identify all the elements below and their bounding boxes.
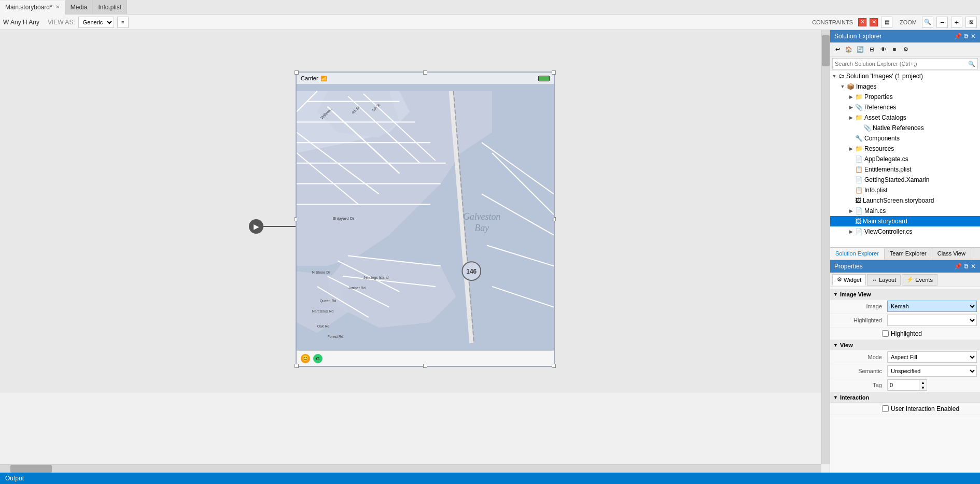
se-refresh-button[interactable]: 🔄 (855, 44, 865, 54)
tree-toggle[interactable]: ▼ (838, 82, 847, 91)
tree-item-label: AppDelegate.cs (864, 155, 908, 163)
tree-item[interactable]: ▼📦Images (830, 81, 980, 92)
tree-item-icon: 📁 (855, 114, 863, 121)
solution-explorer-float[interactable]: ⧉ (964, 33, 969, 40)
tree-toggle (847, 155, 855, 163)
zoom-search-button[interactable]: 🔍 (922, 17, 933, 28)
se-show-all-button[interactable]: 👁 (878, 44, 888, 54)
props-tab-widget[interactable]: ⚙ Widget (832, 274, 866, 286)
tree-item[interactable]: ▶📄Main.cs (830, 206, 980, 216)
zoom-in-button[interactable]: + (951, 17, 962, 28)
resize-handle-tc[interactable] (423, 70, 427, 75)
solution-explorer-titlebar: Solution Explorer 📌 ⧉ ✕ (830, 30, 980, 42)
tree-item[interactable]: 🖼LaunchScreen.storyboard (830, 195, 980, 206)
se-filter-button[interactable]: ≡ (889, 44, 900, 54)
resize-handle-br[interactable] (552, 364, 556, 368)
tree-item[interactable]: ▼🗂Solution 'Images' (1 project) (830, 71, 980, 81)
user-interaction-checkbox[interactable] (882, 405, 889, 412)
props-tab-events[interactable]: ⚡ Events (902, 274, 937, 286)
zoom-fit-button[interactable]: ⊠ (965, 17, 977, 28)
tree-item[interactable]: ▶📎References (830, 102, 980, 112)
tree-view[interactable]: ▼🗂Solution 'Images' (1 project)▼📦Images▶… (830, 71, 980, 247)
tag-spinner-down[interactable]: ▼ (919, 385, 927, 390)
tree-toggle[interactable]: ▶ (847, 207, 855, 215)
image-view-section-header[interactable]: ▼ Image View (830, 289, 980, 300)
se-search-input[interactable] (835, 61, 968, 67)
se-collapse-button[interactable]: ⊟ (866, 44, 877, 54)
output-bar: Output (0, 473, 980, 484)
tag-input[interactable] (888, 380, 919, 390)
tree-toggle[interactable]: ▼ (830, 72, 838, 80)
view-section-header[interactable]: ▼ View (830, 340, 980, 350)
props-row-tag: Tag ▲ ▼ (830, 378, 980, 392)
tree-item[interactable]: ▶📁Properties (830, 92, 980, 102)
tree-item[interactable]: ▶📁Asset Catalogs (830, 112, 980, 123)
tree-item[interactable]: 📋Entitlements.plist (830, 164, 980, 175)
tree-item[interactable]: ▶📁Resources (830, 144, 980, 154)
image-select[interactable]: Kemah (887, 301, 977, 312)
tree-item[interactable]: 📄AppDelegate.cs (830, 154, 980, 164)
se-properties-button[interactable]: ⚙ (901, 44, 911, 54)
mode-control: Aspect Fill (887, 351, 977, 363)
se-home-button[interactable]: 🏠 (844, 44, 854, 54)
tree-toggle (847, 176, 855, 184)
tree-item-icon: 🔧 (855, 135, 863, 142)
tab-info-plist[interactable]: Info.plist (93, 0, 127, 14)
view-as-select[interactable]: Generic (78, 17, 114, 28)
tab-solution-explorer[interactable]: Solution Explorer (830, 248, 885, 260)
properties-close[interactable]: ✕ (971, 263, 976, 270)
right-panel: Solution Explorer 📌 ⧉ ✕ ↩ 🏠 🔄 ⊟ 👁 ≡ ⚙ 🔍 … (830, 30, 980, 473)
se-search-box[interactable]: 🔍 (832, 58, 978, 69)
resize-handle-bc[interactable] (423, 364, 427, 368)
tree-item[interactable]: 🖼Main.storyboard (830, 216, 980, 226)
tab-class-view[interactable]: Class View (932, 248, 971, 260)
tag-spinner-up[interactable]: ▲ (919, 380, 927, 385)
semantic-select[interactable]: Unspecified (887, 365, 977, 377)
view-options-button[interactable]: ≡ (117, 17, 129, 28)
tree-item-icon: 📋 (855, 187, 863, 194)
solution-explorer-close[interactable]: ✕ (971, 33, 976, 40)
tree-item[interactable]: ▶📄ViewController.cs (830, 226, 980, 237)
mode-label: Mode (838, 354, 885, 360)
tree-item-label: Properties (864, 93, 893, 101)
widget-tab-icon: ⚙ (837, 276, 842, 283)
constraints-red1-button[interactable]: ✕ (858, 18, 866, 26)
canvas-scrollbar-v[interactable] (821, 30, 830, 464)
tree-toggle[interactable]: ▶ (847, 103, 855, 111)
properties-pin[interactable]: 📌 (954, 263, 962, 270)
bottom-tabs: Solution Explorer Team Explorer Class Vi… (830, 248, 980, 260)
tree-toggle[interactable]: ▶ (847, 93, 855, 101)
highlighted-select[interactable] (887, 315, 977, 326)
tab-close-icon[interactable]: ✕ (55, 4, 60, 10)
props-tab-layout[interactable]: ↔ Layout (867, 274, 901, 286)
tree-item[interactable]: 📄GettingStarted.Xamarin (830, 175, 980, 185)
tab-media[interactable]: Media (65, 0, 93, 14)
constraints-red2-button[interactable]: ✕ (870, 18, 878, 26)
canvas-area[interactable]: ▶ (0, 30, 830, 393)
zoom-out-button[interactable]: − (936, 17, 948, 28)
interaction-section-header[interactable]: ▼ Interaction (830, 392, 980, 403)
se-back-button[interactable]: ↩ (832, 44, 843, 54)
tab-main-storyboard[interactable]: Main.storyboard* ✕ (0, 1, 65, 15)
tab-team-explorer[interactable]: Team Explorer (885, 248, 932, 260)
constraints-panel-button[interactable]: ▤ (881, 17, 892, 28)
tree-toggle[interactable]: ▶ (847, 145, 855, 153)
tree-toggle[interactable]: ▶ (847, 113, 855, 122)
resize-handle-tl[interactable] (295, 70, 299, 75)
storyboard-canvas: ▶ (130, 30, 700, 393)
tree-item[interactable]: 📋Info.plist (830, 185, 980, 195)
resize-handle-bl[interactable] (295, 364, 299, 368)
tree-toggle[interactable]: ▶ (847, 227, 855, 236)
tree-item[interactable]: 🔧Components (830, 133, 980, 144)
canvas-scrollbar-h[interactable] (0, 464, 821, 473)
tree-item-icon: 📦 (847, 83, 855, 90)
solution-explorer-pin[interactable]: 📌 (954, 33, 962, 40)
svg-text:Forest Rd: Forest Rd (328, 335, 344, 338)
zoom-label: ZOOM (900, 19, 917, 25)
mode-select[interactable]: Aspect Fill (887, 351, 977, 363)
properties-float[interactable]: ⧉ (964, 263, 969, 270)
svg-text:N Shore Dr: N Shore Dr (312, 271, 330, 274)
highlighted-checkbox[interactable] (882, 330, 889, 337)
tree-item[interactable]: 📎Native References (830, 123, 980, 133)
resize-handle-tr[interactable] (552, 70, 556, 75)
